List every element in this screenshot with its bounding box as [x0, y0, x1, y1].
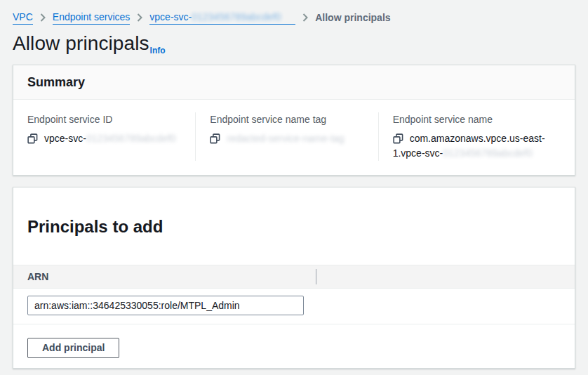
copy-icon[interactable]: [210, 133, 220, 144]
breadcrumb-link-endpoint-service-id[interactable]: vpce-svc-0123456789abcdef0: [149, 10, 295, 25]
field-value: com.amazonaws.vpce.us-east-1.vpce-svc-01…: [393, 131, 548, 161]
page-title-row: Allow principalsInfo: [13, 31, 575, 56]
endpoint-service-name-visible: com.amazonaws.vpce.us-east-1.vpce-svc-: [393, 133, 545, 159]
arn-column-header: ARN: [27, 271, 316, 282]
allow-principals-page: VPC Endpoint services vpce-svc-012345678…: [0, 0, 588, 375]
arn-input-row: [13, 289, 575, 324]
copy-icon[interactable]: [393, 133, 403, 144]
endpoint-service-name-redacted: 0123456789abcdef0: [443, 147, 533, 159]
arn-input[interactable]: [27, 296, 304, 315]
endpoint-service-id-redacted: 0123456789abcdef0: [86, 133, 176, 144]
chevron-right-icon: [136, 13, 143, 22]
summary-heading: Summary: [27, 74, 561, 91]
field-label: Endpoint service ID: [27, 112, 182, 126]
info-link[interactable]: Info: [150, 46, 166, 56]
breadcrumb-link-vpc[interactable]: VPC: [13, 10, 33, 25]
breadcrumb-current: Allow principals: [315, 11, 390, 25]
summary-body: Endpoint service ID vpce-svc-0123456789a…: [13, 100, 575, 175]
breadcrumb-service-id-redacted: 0123456789abcdef0: [192, 10, 295, 24]
field-value: redacted-service-name-tag: [210, 131, 365, 146]
column-divider: [316, 269, 316, 284]
field-value: vpce-svc-0123456789abcdef0: [27, 131, 182, 146]
summary-panel: Summary Endpoint service ID vpce-svc-012…: [13, 65, 575, 176]
page-title: Allow principals: [13, 32, 149, 54]
breadcrumb-service-id-prefix: vpce-svc-: [149, 11, 192, 22]
summary-field-endpoint-service-name-tag: Endpoint service name tag redacted-servi…: [195, 112, 377, 161]
summary-field-endpoint-service-id: Endpoint service ID vpce-svc-0123456789a…: [27, 112, 195, 161]
summary-panel-header: Summary: [13, 65, 575, 100]
chevron-right-icon: [39, 13, 46, 22]
principals-table-header: ARN: [13, 265, 575, 289]
principals-panel-header: Principals to add: [13, 188, 575, 265]
endpoint-service-id-visible: vpce-svc-: [44, 133, 86, 144]
add-principal-button[interactable]: Add principal: [27, 338, 119, 358]
field-label: Endpoint service name: [393, 112, 548, 126]
summary-field-endpoint-service-name: Endpoint service name com.amazonaws.vpce…: [378, 112, 561, 161]
principals-panel: Principals to add ARN Add principal: [13, 187, 575, 369]
breadcrumb: VPC Endpoint services vpce-svc-012345678…: [13, 10, 575, 25]
principals-heading: Principals to add: [27, 217, 561, 237]
copy-icon[interactable]: [27, 133, 38, 144]
field-label: Endpoint service name tag: [210, 112, 365, 126]
add-principal-row: Add principal: [13, 324, 575, 368]
chevron-right-icon: [302, 13, 309, 22]
endpoint-service-name-tag-redacted: redacted-service-name-tag: [227, 133, 344, 144]
breadcrumb-link-endpoint-services[interactable]: Endpoint services: [53, 10, 131, 25]
